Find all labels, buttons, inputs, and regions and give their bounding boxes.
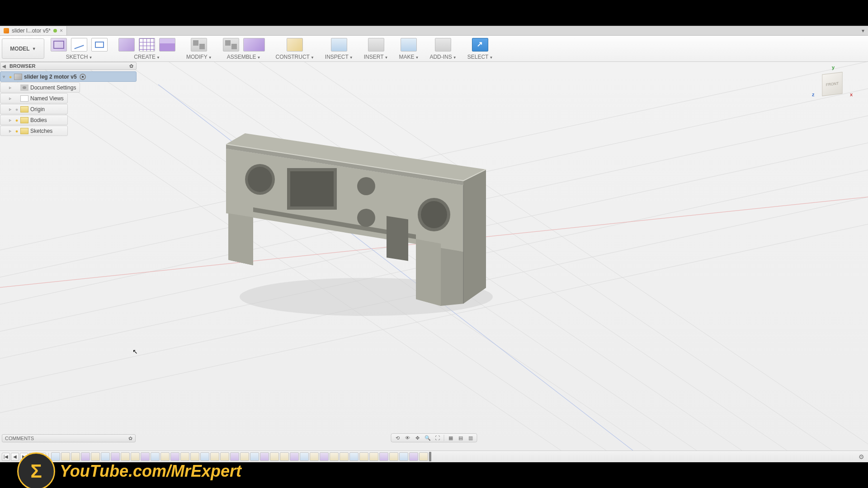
- timeline-feature[interactable]: [320, 452, 329, 461]
- bulb-icon[interactable]: ●: [13, 117, 20, 123]
- svg-marker-23: [441, 247, 463, 306]
- decal-icon[interactable]: [368, 38, 384, 52]
- unsaved-dot-icon: [53, 29, 57, 33]
- bulb-icon[interactable]: ●: [7, 74, 14, 80]
- axis-y-label: y: [832, 65, 835, 70]
- active-component-icon[interactable]: [80, 74, 86, 80]
- model-body[interactable]: [212, 116, 511, 333]
- toolbar-group-sketch: SKETCH▼: [45, 36, 113, 61]
- timeline-feature[interactable]: [310, 452, 319, 461]
- timeline-feature[interactable]: [359, 452, 368, 461]
- bulb-icon[interactable]: ●: [13, 128, 20, 134]
- workspace-dropdown[interactable]: MODEL▼: [2, 38, 44, 59]
- expand-down-icon[interactable]: ▾: [862, 28, 864, 34]
- component-icon[interactable]: [223, 38, 239, 52]
- toolbar-group-construct: CONSTRUCT▼: [270, 36, 320, 61]
- toolbar-group-addins: ADD-INS▼: [424, 36, 462, 61]
- viewcube[interactable]: y FRONT x z: [815, 66, 850, 102]
- node-icon: [20, 117, 28, 123]
- rectangle-tool-icon[interactable]: [91, 38, 108, 52]
- svg-rect-32: [290, 171, 334, 206]
- timeline-feature[interactable]: [340, 452, 349, 461]
- caret-down-icon[interactable]: ▿: [0, 74, 7, 79]
- tree-item[interactable]: ▹ ● Bodies: [0, 115, 68, 125]
- caret-right-icon[interactable]: ▹: [7, 96, 13, 101]
- timeline-feature[interactable]: [409, 452, 418, 461]
- form-icon[interactable]: [139, 38, 155, 52]
- orbit-icon[interactable]: ⟲: [393, 434, 402, 441]
- timeline-feature[interactable]: [389, 452, 398, 461]
- svg-marker-28: [416, 239, 441, 306]
- watermark: Σ YouTube.com/MrExpert: [17, 445, 241, 488]
- gear-icon[interactable]: ✿: [128, 436, 132, 441]
- caret-right-icon[interactable]: ▹: [7, 128, 13, 133]
- display-icon[interactable]: ▦: [446, 434, 455, 441]
- timeline-feature[interactable]: [330, 452, 339, 461]
- timeline-marker[interactable]: [429, 452, 431, 461]
- tree-item[interactable]: ▹ ● Origin: [0, 104, 68, 114]
- look-icon[interactable]: 👁: [403, 434, 412, 441]
- viewcube-face[interactable]: FRONT: [822, 72, 842, 96]
- toolbar-group-select: SELECT▼: [462, 36, 499, 61]
- box-icon[interactable]: [118, 38, 135, 52]
- tree-item[interactable]: ▹ Document Settings: [0, 82, 80, 93]
- close-icon[interactable]: ×: [60, 28, 63, 34]
- grid-icon[interactable]: ▤: [456, 434, 465, 441]
- ribbon-toolbar: MODEL▼ SKETCH▼ CREATE▼ MODIFY▼: [0, 36, 868, 62]
- document-tab[interactable]: slider l...otor v5* ×: [0, 26, 67, 35]
- toolbar-group-insert: INSERT▼: [359, 36, 394, 61]
- gear-icon[interactable]: ⚙: [859, 453, 864, 460]
- joint-icon[interactable]: [243, 38, 265, 52]
- extrude-icon[interactable]: [159, 38, 175, 52]
- caret-right-icon[interactable]: ▹: [7, 85, 13, 90]
- node-icon: [20, 84, 28, 91]
- timeline-feature[interactable]: [379, 452, 388, 461]
- timeline-feature[interactable]: [250, 452, 259, 461]
- measure-icon[interactable]: [331, 38, 347, 52]
- bulb-icon[interactable]: ●: [13, 107, 20, 112]
- line-tool-icon[interactable]: [71, 38, 87, 52]
- timeline-feature[interactable]: [260, 452, 269, 461]
- pan-icon[interactable]: ✥: [413, 434, 422, 441]
- toolbar-group-assemble: ASSEMBLE▼: [217, 36, 270, 61]
- plane-icon[interactable]: [287, 38, 303, 52]
- fit-icon[interactable]: ⛶: [433, 434, 442, 441]
- svg-rect-35: [387, 216, 408, 261]
- collapse-icon[interactable]: ◀: [2, 64, 6, 69]
- timeline-feature[interactable]: [419, 452, 428, 461]
- fusion-icon: [4, 28, 9, 33]
- timeline-feature[interactable]: [280, 452, 289, 461]
- zoom-icon[interactable]: 🔍: [423, 434, 432, 441]
- timeline-feature[interactable]: [349, 452, 359, 461]
- toolbar-group-make: MAKE▼: [394, 36, 425, 61]
- node-icon: [20, 128, 28, 134]
- timeline-feature[interactable]: [369, 452, 378, 461]
- print-icon[interactable]: [401, 38, 417, 52]
- tree-item[interactable]: ▹ Named Views: [0, 93, 68, 103]
- svg-point-37: [421, 201, 447, 228]
- press-pull-icon[interactable]: [191, 38, 207, 52]
- new-sketch-icon[interactable]: [51, 38, 67, 52]
- timeline-feature[interactable]: [270, 452, 279, 461]
- gear-icon[interactable]: ✿: [129, 63, 133, 69]
- viewports-icon[interactable]: ▥: [466, 434, 475, 441]
- browser-header[interactable]: ◀ BROWSER ✿: [0, 62, 137, 70]
- browser-panel: ◀ BROWSER ✿ ▿ ● slider leg 2 motor v5 ▹ …: [0, 62, 137, 137]
- tab-title: slider l...otor v5*: [12, 28, 51, 34]
- comments-panel[interactable]: COMMENTS ✿: [2, 434, 136, 442]
- scripts-icon[interactable]: [435, 38, 451, 52]
- timeline-feature[interactable]: [399, 452, 408, 461]
- timeline-feature[interactable]: [290, 452, 299, 461]
- caret-right-icon[interactable]: ▹: [7, 117, 13, 122]
- timeline-feature[interactable]: [300, 452, 309, 461]
- select-tool-icon[interactable]: [472, 38, 488, 52]
- axis-x-label: x: [850, 92, 853, 97]
- timeline-start-icon[interactable]: |◀: [2, 453, 10, 461]
- browser-tree: ▿ ● slider leg 2 motor v5 ▹ Document Set…: [0, 70, 137, 137]
- cursor-icon: ↖: [132, 348, 138, 355]
- tree-item[interactable]: ▹ ● Sketches: [0, 126, 68, 136]
- viewport[interactable]: y FRONT x z ◀ BROWSER ✿ ▿ ● slider leg 2…: [0, 62, 868, 450]
- nav-toolbar: ⟲ 👁 ✥ 🔍 ⛶ ▦ ▤ ▥: [391, 433, 477, 442]
- caret-right-icon[interactable]: ▹: [7, 107, 13, 112]
- tree-root[interactable]: ▿ ● slider leg 2 motor v5: [0, 71, 137, 82]
